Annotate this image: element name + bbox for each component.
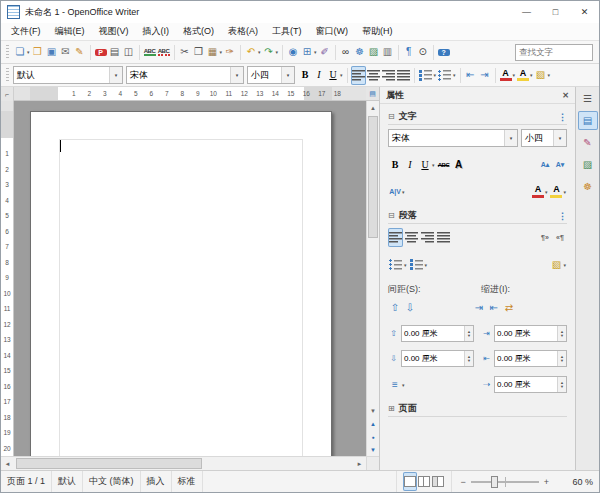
decrease-paragraph-spacing-button[interactable]: ⇩ [403, 298, 417, 317]
vertical-ruler[interactable]: 1234567891011121314151617181920 [1, 101, 14, 456]
scroll-right-button[interactable]: ► [353, 457, 366, 470]
paragraph-style-combo[interactable]: 默认 ▾ [13, 66, 123, 84]
horizontal-scrollbar[interactable]: ◄ ► [1, 456, 366, 470]
print-button[interactable]: ▤ [108, 43, 122, 62]
increase-font-size-button[interactable]: A▴ [538, 155, 552, 174]
paragraph-style-dropdown-arrow[interactable]: ▾ [109, 67, 122, 83]
toolbar-grip[interactable] [6, 68, 9, 83]
char-strikethrough-button[interactable]: ABC [437, 155, 451, 174]
find-replace-button[interactable]: ∞ [339, 43, 353, 62]
hyperlink-button[interactable]: ◉ [286, 43, 300, 62]
view-single-page-button[interactable] [403, 472, 417, 491]
draw-functions-button[interactable]: ✐ [318, 43, 332, 62]
para-align-right-button[interactable] [420, 228, 435, 247]
background-color-dropdown-arrow[interactable]: ▾ [548, 72, 551, 78]
font-size-dropdown-arrow[interactable]: ▾ [281, 67, 294, 83]
font-name-combo[interactable]: 宋体 ▾ [126, 66, 244, 84]
spacing-below-field[interactable]: 0.00 厘米 ▲▼ [401, 350, 474, 367]
menu-item[interactable]: 工具(T) [265, 25, 309, 38]
view-two-pages-button[interactable] [417, 472, 431, 491]
indent-before-spinner[interactable]: ▲▼ [557, 326, 566, 341]
zoom-button[interactable]: ⊙ [416, 43, 430, 62]
open-button[interactable]: ❒ [31, 43, 45, 62]
zoom-percent[interactable]: 60 % [557, 471, 599, 492]
align-right-button[interactable] [381, 66, 396, 85]
char-underline-button[interactable]: U▾ [418, 155, 436, 174]
gallery-button[interactable]: ▨ [367, 43, 381, 62]
highlighting-button[interactable]: A▾ [516, 66, 534, 85]
sidebar-font-color-button[interactable]: A▾ [531, 182, 549, 201]
decrease-indent-button[interactable]: ⇤ [464, 66, 478, 85]
edit-file-button[interactable]: ✎ [73, 43, 87, 62]
align-justify-button[interactable] [396, 66, 411, 85]
find-text-input[interactable] [515, 44, 593, 61]
increase-paragraph-spacing-button[interactable]: ⇧ [388, 298, 402, 317]
sidebar-highlighting-dropdown-arrow[interactable]: ▾ [563, 189, 566, 195]
navigation-button[interactable]: ● [367, 430, 379, 443]
font-size-combo[interactable]: 小四 ▾ [247, 66, 295, 84]
document-page[interactable] [30, 111, 332, 456]
paragraph-more-options-button[interactable]: ⋮ [558, 211, 567, 221]
menu-item[interactable]: 帮助(H) [355, 25, 400, 38]
paragraph-background-color-button[interactable]: ▧▾ [549, 255, 567, 274]
text-direction-rtl-button[interactable]: «¶ [553, 228, 567, 247]
toolbar-grip[interactable] [6, 45, 9, 60]
character-spacing-dropdown-arrow[interactable]: ▾ [402, 189, 405, 195]
previous-page-button[interactable]: ▲ [367, 417, 379, 430]
sidebar-highlighting-button[interactable]: A▾ [549, 182, 567, 201]
document-canvas[interactable] [14, 101, 366, 456]
align-center-button[interactable] [366, 66, 381, 85]
font-color-dropdown-arrow[interactable]: ▾ [513, 72, 516, 78]
indent-firstline-spinner[interactable]: ▲▼ [557, 377, 566, 392]
para-align-left-button[interactable] [388, 228, 403, 247]
font-name-dropdown-arrow[interactable]: ▾ [230, 67, 243, 83]
para-align-justify-button[interactable] [436, 228, 451, 247]
sidebar-bullet-list-button[interactable]: ▾ [388, 255, 408, 274]
format-paintbrush-button[interactable]: ✑ [223, 43, 237, 62]
zoom-out-button[interactable]: − [458, 477, 467, 487]
background-color-button[interactable]: ▧▾ [534, 66, 552, 85]
next-page-button[interactable]: ▼ [367, 443, 379, 456]
menu-item[interactable]: 表格(A) [221, 25, 265, 38]
vertical-scroll-thumb[interactable] [368, 116, 378, 238]
tab-stop-selector[interactable]: ⌐ [1, 87, 14, 101]
sidebar-close-button[interactable]: ✕ [562, 91, 569, 100]
minimize-button[interactable]: — [512, 1, 541, 23]
sidebar-settings-button[interactable]: ☰ [578, 89, 598, 108]
page-style-status[interactable]: 默认 [52, 471, 83, 492]
nonprinting-characters-button[interactable]: ¶ [402, 43, 416, 62]
language-status[interactable]: 中文 (简体) [83, 471, 141, 492]
character-more-options-button[interactable]: ⋮ [558, 112, 567, 122]
page-preview-button[interactable]: ◫ [122, 43, 136, 62]
indent-before-field[interactable]: 0.00 厘米 ▲▼ [494, 325, 567, 342]
scroll-down-button[interactable]: ▼ [367, 404, 379, 417]
menu-item[interactable]: 插入(I) [136, 25, 177, 38]
sidebar-numbered-list-dropdown-arrow[interactable]: ▾ [425, 262, 428, 268]
char-italic-button[interactable]: I [403, 155, 417, 174]
navigator-button[interactable]: ☸ [353, 43, 367, 62]
zoom-slider[interactable] [471, 476, 539, 488]
menu-item[interactable]: 文件(F) [4, 25, 48, 38]
char-bold-button[interactable]: B [388, 155, 402, 174]
sidebar-font-size-dropdown-arrow[interactable]: ▾ [553, 130, 566, 146]
menu-item[interactable]: 编辑(E) [48, 25, 92, 38]
italic-button[interactable]: I [312, 66, 326, 85]
help-button[interactable]: ? [437, 43, 451, 62]
indent-after-spinner[interactable]: ▲▼ [557, 351, 566, 366]
autospellcheck-button[interactable]: ABC [157, 43, 171, 62]
font-color-button[interactable]: A▾ [499, 66, 517, 85]
spacing-above-spinner[interactable]: ▲▼ [464, 326, 473, 341]
numbered-list-button[interactable]: ▾ [418, 66, 438, 85]
paragraph-section-expander[interactable]: ⊟ [388, 211, 395, 220]
paragraph-background-color-dropdown-arrow[interactable]: ▾ [563, 262, 566, 268]
sidebar-decrease-indent-button[interactable]: ⇤ [487, 298, 501, 317]
sidebar-font-name-dropdown-arrow[interactable]: ▾ [504, 130, 517, 146]
tab-properties-button[interactable]: ▤ [578, 111, 598, 130]
numbered-list-dropdown-arrow[interactable]: ▾ [434, 72, 437, 78]
sidebar-increase-indent-button[interactable]: ⇥ [472, 298, 486, 317]
save-button[interactable]: ▣ [45, 43, 59, 62]
zoom-slider-thumb[interactable] [491, 476, 498, 488]
indent-firstline-field[interactable]: 0.00 厘米 ▲▼ [494, 376, 567, 393]
bullet-list-dropdown-arrow[interactable]: ▾ [453, 72, 456, 78]
vertical-scrollbar[interactable]: ▲ ▼ ▲ ● ▼ [366, 101, 379, 456]
